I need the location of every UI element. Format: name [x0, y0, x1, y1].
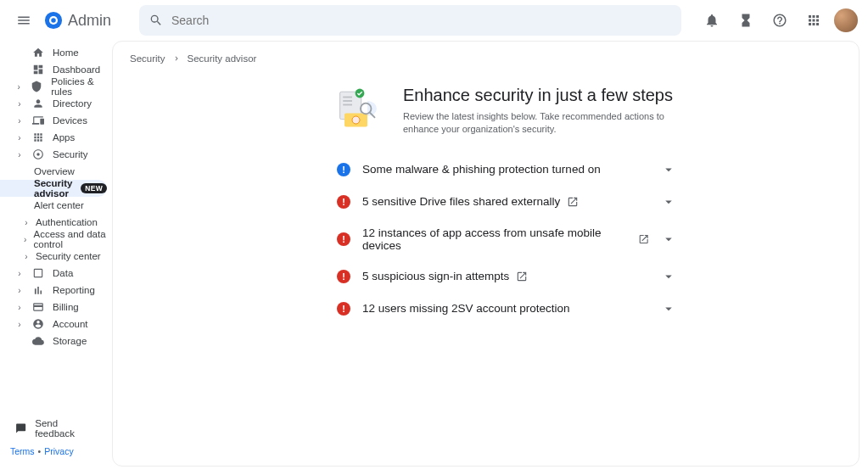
chevron-down-icon: [661, 232, 676, 247]
privacy-link[interactable]: Privacy: [44, 446, 73, 456]
apps-grid-icon: [806, 13, 821, 28]
external-link-icon: [567, 196, 579, 208]
policies-icon: [31, 81, 42, 92]
chevron-right-icon: ›: [15, 303, 24, 312]
sidebar-item-access-data-control[interactable]: ›Access and data control: [0, 231, 112, 248]
alert-status-icon: !: [337, 302, 350, 316]
sidebar-item-overview[interactable]: Overview: [0, 163, 112, 180]
hourglass-icon: [738, 13, 753, 28]
sidebar-item-security-advisor[interactable]: Security advisorNEW: [0, 180, 107, 197]
nav-label: Security: [53, 149, 88, 159]
chevron-right-icon: ›: [15, 82, 22, 92]
help-button[interactable]: [766, 7, 793, 34]
insight-label: 5 sensitive Drive files shared externall…: [362, 195, 560, 208]
apps-button[interactable]: [800, 7, 827, 34]
breadcrumb-parent[interactable]: Security: [130, 53, 165, 64]
sidebar-item-home[interactable]: Home: [0, 44, 112, 61]
chevron-down-icon: [661, 269, 676, 284]
hero-title: Enhance security in just a few steps: [403, 86, 683, 105]
insight-label: 5 suspicious sign-in attempts: [362, 270, 509, 282]
nav-label: Apps: [53, 132, 75, 142]
sidebar-item-account[interactable]: ›Account: [0, 316, 112, 332]
account-avatar[interactable]: [834, 8, 858, 32]
chevron-right-icon: ›: [15, 320, 24, 329]
nav-label: Billing: [53, 302, 79, 312]
search-input[interactable]: [171, 14, 671, 27]
insight-row[interactable]: ! 5 suspicious sign-in attempts: [337, 260, 676, 293]
nav-label: Reporting: [53, 285, 95, 295]
sidebar: Home Dashboard ›Policies & rules ›Direct…: [0, 41, 112, 475]
sidebar-item-security[interactable]: ›Security: [0, 146, 112, 163]
svg-rect-6: [343, 100, 352, 102]
insight-row[interactable]: ! 12 users missing 2SV account protectio…: [337, 293, 676, 325]
account-icon: [32, 318, 44, 330]
app-logo[interactable]: Admin: [44, 11, 115, 30]
alert-status-icon: !: [337, 232, 350, 246]
insight-row[interactable]: ! 5 sensitive Drive files shared externa…: [337, 186, 676, 218]
chevron-right-icon: ›: [15, 269, 24, 278]
hero-illustration: [337, 86, 383, 131]
reporting-icon: [32, 284, 44, 296]
info-status-icon: !: [337, 163, 350, 176]
svg-rect-5: [343, 97, 352, 98]
alert-status-icon: !: [337, 270, 350, 283]
chevron-right-icon: ›: [15, 99, 24, 109]
terms-link[interactable]: Terms: [10, 446, 35, 456]
devices-icon: [32, 115, 44, 126]
hamburger-menu-button[interactable]: [10, 7, 37, 34]
storage-icon: [32, 335, 44, 347]
dashboard-icon: [32, 64, 44, 75]
chevron-down-icon: [661, 301, 676, 316]
nav-label: Home: [53, 48, 79, 58]
sidebar-item-policies[interactable]: ›Policies & rules: [0, 78, 112, 95]
insight-label: 12 users missing 2SV account protection: [362, 302, 570, 315]
breadcrumb: Security Security advisor: [130, 53, 842, 64]
new-badge: NEW: [81, 183, 107, 193]
bell-icon: [704, 13, 720, 28]
chevron-down-icon: ›: [15, 150, 24, 159]
nav-label: Overview: [34, 166, 75, 176]
sidebar-item-security-center[interactable]: ›Security center: [0, 248, 112, 265]
security-icon: [32, 148, 44, 160]
sidebar-item-billing[interactable]: ›Billing: [0, 299, 112, 316]
help-icon: [772, 13, 787, 28]
tasks-button[interactable]: [732, 7, 759, 34]
chevron-right-icon: ›: [22, 218, 31, 227]
nav-label: Alert center: [34, 200, 84, 210]
app-name: Admin: [68, 12, 111, 30]
nav-label: Storage: [53, 336, 87, 346]
nav-label: Policies & rules: [51, 76, 105, 97]
sidebar-item-directory[interactable]: ›Directory: [0, 95, 112, 112]
svg-rect-7: [343, 104, 352, 106]
nav-label: Devices: [53, 115, 87, 126]
chevron-right-icon: ›: [15, 116, 24, 126]
external-link-icon: [638, 233, 649, 245]
search-bar[interactable]: [139, 5, 681, 36]
sidebar-item-apps[interactable]: ›Apps: [0, 129, 112, 146]
sidebar-item-reporting[interactable]: ›Reporting: [0, 282, 112, 299]
chevron-down-icon: [661, 194, 676, 210]
svg-point-10: [352, 116, 360, 124]
notifications-button[interactable]: [698, 7, 725, 34]
logo-icon: [44, 11, 63, 30]
sidebar-item-devices[interactable]: ›Devices: [0, 112, 112, 129]
data-icon: [32, 267, 44, 279]
nav-label: Authentication: [36, 217, 98, 227]
nav-label: Data: [53, 268, 73, 278]
chevron-right-icon: ›: [22, 252, 31, 261]
sidebar-item-dashboard[interactable]: Dashboard: [0, 61, 112, 78]
send-feedback-button[interactable]: Send feedback: [0, 419, 112, 438]
sidebar-item-storage[interactable]: Storage: [0, 332, 112, 349]
sidebar-item-data[interactable]: ›Data: [0, 265, 112, 282]
chevron-right-icon: ›: [15, 286, 24, 295]
svg-point-3: [36, 153, 40, 156]
nav-label: Security advisor: [34, 178, 76, 198]
hero-subtitle: Review the latest insights below. Take r…: [403, 110, 683, 137]
insight-row[interactable]: ! 12 instances of app access from unsafe…: [337, 218, 676, 260]
sidebar-item-alert-center[interactable]: Alert center: [0, 197, 112, 214]
sidebar-item-authentication[interactable]: ›Authentication: [0, 214, 112, 231]
insights-list: ! Some malware & phishing protection tur…: [337, 154, 676, 325]
insight-row[interactable]: ! Some malware & phishing protection tur…: [337, 154, 676, 186]
chevron-right-icon: ›: [15, 133, 24, 142]
directory-icon: [32, 98, 44, 109]
